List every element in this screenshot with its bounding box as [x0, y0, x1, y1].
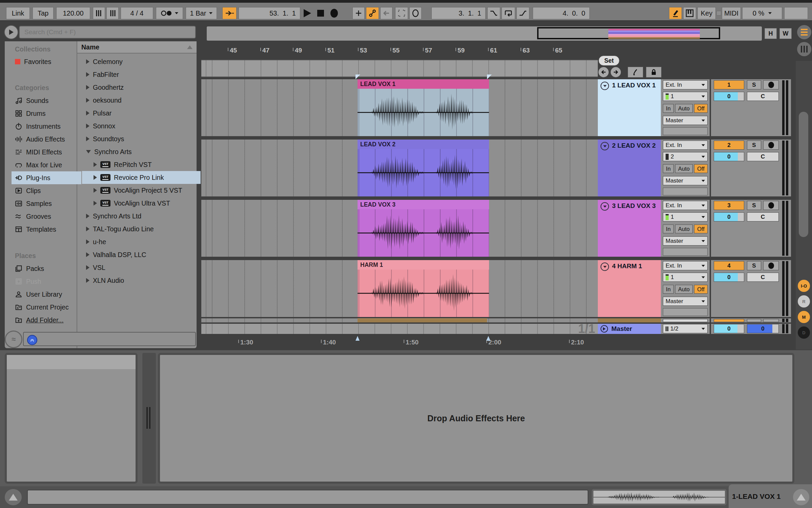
sidebar-item-audio-effects[interactable]: Audio Effects — [12, 133, 81, 146]
list-item[interactable]: VSTRePitch VST — [82, 158, 201, 171]
expand-icon[interactable] — [86, 252, 89, 257]
input-channel-menu[interactable]: 2 — [663, 152, 708, 161]
collapse-icon[interactable] — [86, 150, 91, 153]
preview-headphone-icon[interactable] — [27, 335, 37, 345]
monitor-off-button[interactable]: Off — [694, 225, 708, 233]
master-fold-button[interactable] — [601, 325, 608, 333]
list-item[interactable]: XLN Audio — [82, 274, 201, 287]
punch-marker-button[interactable] — [409, 7, 422, 19]
clip-title[interactable]: LEAD VOX 3 — [358, 200, 489, 209]
sidebar-item-instruments[interactable]: Instruments — [12, 120, 81, 133]
arrangement-overview[interactable] — [207, 26, 762, 41]
sidebar-item-current-project[interactable]: Current Projec — [12, 301, 81, 314]
overdub-button[interactable] — [352, 7, 365, 19]
play-button[interactable] — [302, 8, 312, 18]
track-fold-button[interactable] — [601, 82, 609, 90]
follow-button[interactable] — [222, 7, 237, 19]
volume-field[interactable]: 0 — [714, 273, 744, 282]
device-view-panel[interactable]: Drop Audio Effects Here — [158, 353, 794, 484]
expand-icon[interactable] — [94, 201, 97, 206]
list-item[interactable]: Soundtoys — [82, 132, 201, 145]
sidebar-item-max-for-live[interactable]: Max for Live — [12, 158, 81, 171]
list-item[interactable]: TAL-Togu Audio Line — [82, 223, 201, 235]
monitor-auto-button[interactable]: Auto — [675, 164, 693, 173]
monitor-off-button[interactable]: Off — [694, 164, 708, 173]
selection-start-marker[interactable] — [356, 75, 360, 79]
sidebar-item-sounds[interactable]: Sounds — [12, 94, 81, 107]
track-header-1[interactable]: 1 LEAD VOX 1 — [598, 79, 663, 136]
master-track-header[interactable]: Master — [598, 324, 663, 334]
next-marker-button[interactable] — [611, 67, 621, 77]
expand-icon[interactable] — [86, 278, 89, 283]
punch-out-button[interactable] — [516, 7, 529, 19]
clip-waveform-area[interactable] — [358, 89, 489, 136]
track-name[interactable]: 2 LEAD VOX 2 — [612, 142, 656, 149]
expand-icon[interactable] — [86, 265, 89, 270]
metronome-button[interactable] — [156, 7, 183, 19]
track-fold-button[interactable] — [601, 202, 609, 211]
input-type-menu[interactable]: Ext. In — [663, 80, 708, 89]
list-item[interactable]: Sonnox — [82, 120, 201, 132]
list-item[interactable]: VSTVocAlign Ultra VST — [82, 197, 201, 210]
expand-icon[interactable] — [86, 124, 89, 128]
quantization-menu[interactable]: 1 Bar — [186, 7, 217, 19]
expand-icon[interactable] — [86, 59, 89, 64]
list-item-selected[interactable]: VSTRevoice Pro Link — [82, 171, 201, 184]
monitor-auto-button[interactable]: Auto — [675, 285, 693, 294]
midi-map-button[interactable]: MIDI — [722, 7, 741, 19]
track-fold-button[interactable] — [601, 262, 609, 271]
output-menu[interactable]: Master — [663, 116, 708, 125]
hot-swap-groove-button[interactable]: ≈ — [5, 331, 22, 348]
solo-button[interactable]: S — [747, 141, 761, 150]
volume-field[interactable]: 0 — [714, 212, 744, 221]
clip-overview-waveform[interactable] — [592, 489, 727, 505]
toggle-returns-section[interactable]: R — [798, 295, 810, 308]
arm-button[interactable] — [763, 141, 779, 150]
clip-waveform-area[interactable] — [358, 149, 489, 196]
list-header-row[interactable]: Name — [77, 41, 197, 54]
master-track-lane[interactable]: 1/1 — [201, 324, 598, 334]
clip-waveform-area[interactable] — [358, 209, 489, 257]
loop-end-flag[interactable] — [486, 336, 490, 341]
input-channel-menu[interactable]: 1 — [663, 273, 708, 282]
record-button[interactable] — [329, 8, 339, 18]
arm-button[interactable] — [763, 261, 779, 270]
close-browser-toggle[interactable] — [797, 25, 811, 39]
toggle-io-section[interactable]: I-O — [798, 280, 810, 292]
loop-length-display[interactable]: 4. 0. 0 — [533, 7, 590, 19]
track-activator[interactable]: 2 — [714, 141, 744, 150]
sidebar-item-samples[interactable]: Samples — [12, 197, 81, 210]
clip-tab-label[interactable]: 1-LEAD VOX 1 — [732, 492, 781, 501]
sidebar-item-clips[interactable]: Clips — [12, 184, 81, 197]
expand-icon[interactable] — [86, 227, 89, 231]
expand-icon[interactable] — [86, 85, 89, 90]
sidebar-item-plug-ins[interactable]: Plug-Ins — [12, 171, 81, 184]
expand-icon[interactable] — [86, 72, 89, 77]
list-item[interactable]: FabFilter — [82, 68, 201, 81]
toggle-mixer-section[interactable]: M — [798, 311, 810, 323]
loop-start-display[interactable]: 3. 1. 1 — [431, 7, 486, 19]
clip-waveform-area[interactable] — [358, 270, 489, 317]
browser-preview-play-button[interactable] — [4, 25, 18, 39]
key-map-button[interactable]: Key — [697, 7, 716, 19]
clip-title[interactable]: LEAD VOX 2 — [358, 140, 489, 149]
list-item[interactable]: Celemony — [82, 55, 201, 68]
expand-icon[interactable] — [94, 175, 97, 180]
hidden-track-header[interactable] — [598, 318, 663, 322]
monitor-in-button[interactable]: In — [663, 104, 674, 113]
track-name[interactable]: 4 HARM 1 — [612, 262, 642, 270]
volume-field[interactable]: 0 — [714, 152, 744, 161]
track-header-2[interactable]: 2 LEAD VOX 2 — [598, 140, 663, 196]
track-activator[interactable]: 3 — [714, 201, 744, 210]
preview-bar[interactable] — [23, 332, 196, 346]
list-item[interactable]: VSTVocAlign Project 5 VST — [82, 184, 201, 197]
monitor-off-button[interactable]: Off — [694, 104, 708, 113]
track-lane-1[interactable]: LEAD VOX 1 — [201, 79, 598, 136]
sidebar-item-drums[interactable]: Drums — [12, 107, 81, 120]
time-ruler[interactable]: 1:30 1:40 1:50 2:00 2:10 — [201, 335, 598, 350]
cpu-load-menu[interactable]: 0 % — [742, 7, 782, 19]
expand-icon[interactable] — [94, 162, 97, 167]
arrangement-position-display[interactable]: 53. 1. 1 — [239, 7, 300, 19]
show-info-view-button[interactable] — [5, 489, 22, 505]
tempo-field[interactable]: 120.00 — [56, 7, 90, 19]
